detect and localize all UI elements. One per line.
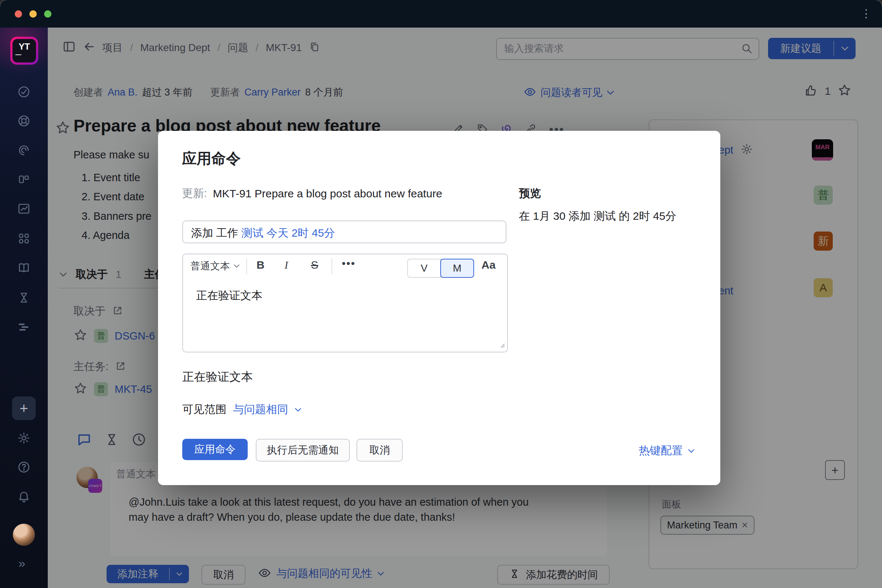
editor-mode-toggle: V M bbox=[407, 259, 474, 276]
window-titlebar: ⋮ bbox=[0, 0, 882, 28]
projects-swirl-icon[interactable] bbox=[17, 144, 30, 157]
visual-mode-label: V bbox=[421, 262, 428, 274]
help-icon[interactable] bbox=[17, 460, 30, 474]
cancel-dialog-button[interactable]: 取消 bbox=[357, 439, 403, 462]
paragraph-style-dropdown[interactable]: 普通文本 bbox=[190, 260, 240, 273]
update-value: MKT-91 Prepare a blog post about new fea… bbox=[213, 188, 442, 200]
toolbar-divider bbox=[246, 258, 247, 274]
command-text-highlight: 测试 今天 2时 45分 bbox=[242, 227, 335, 239]
hotkey-config-label: 热键配置 bbox=[639, 443, 683, 458]
dashboards-icon[interactable] bbox=[17, 232, 30, 245]
issues-icon[interactable] bbox=[17, 85, 30, 99]
paragraph-style-label: 普通文本 bbox=[190, 260, 230, 273]
markdown-mode-label: M bbox=[453, 262, 461, 274]
strikethrough-button[interactable]: S bbox=[311, 259, 318, 271]
italic-button[interactable]: I bbox=[285, 259, 288, 271]
agile-boards-icon[interactable] bbox=[17, 173, 30, 186]
app-window: ⋮ YT— + bbox=[0, 0, 882, 588]
create-new-button[interactable]: + bbox=[12, 396, 36, 420]
visibility-row: 可见范围 与问题相同 bbox=[182, 402, 302, 417]
visual-mode-button[interactable]: V bbox=[407, 259, 441, 278]
command-text-plain: 添加 工作 bbox=[191, 227, 242, 239]
dialog-title: 应用命令 bbox=[182, 148, 241, 169]
preview-header: 预览 bbox=[519, 186, 541, 201]
helpdesk-icon[interactable] bbox=[17, 114, 30, 128]
resize-handle[interactable] bbox=[498, 340, 506, 350]
editor-content-text[interactable]: 正在验证文本 bbox=[196, 288, 262, 303]
knowledge-base-icon[interactable] bbox=[17, 261, 30, 274]
plus-icon: + bbox=[20, 400, 28, 417]
apply-silently-button[interactable]: 执行后无需通知 bbox=[256, 439, 350, 462]
youtrack-logo[interactable]: YT— bbox=[10, 37, 38, 64]
update-target-row: 更新: MKT-91 Prepare a blog post about new… bbox=[182, 186, 442, 201]
gantt-icon[interactable] bbox=[17, 321, 30, 334]
logo-text: YT bbox=[19, 43, 30, 51]
timesheets-icon[interactable] bbox=[17, 291, 30, 304]
apply-silently-label: 执行后无需通知 bbox=[267, 443, 339, 457]
user-avatar[interactable] bbox=[13, 524, 35, 546]
preview-text: 在 1月 30 添加 测试 的 2时 45分 bbox=[519, 209, 676, 224]
more-formatting-icon[interactable]: ••• bbox=[342, 257, 356, 270]
hotkey-config-link[interactable]: 热键配置 bbox=[639, 443, 694, 458]
apply-command-label: 应用命令 bbox=[194, 442, 236, 456]
maximize-window-button[interactable] bbox=[44, 10, 51, 18]
left-nav-rail: YT— + bbox=[0, 28, 48, 588]
apply-command-button[interactable]: 应用命令 bbox=[182, 439, 248, 460]
youtrack-logo-inner: YT— bbox=[12, 39, 36, 63]
visibility-scope-value[interactable]: 与问题相同 bbox=[233, 402, 288, 417]
settings-gear-icon[interactable] bbox=[17, 432, 30, 445]
markdown-mode-button[interactable]: M bbox=[440, 259, 474, 278]
window-more-icon[interactable]: ⋮ bbox=[861, 8, 872, 20]
font-size-toggle[interactable]: Aa bbox=[482, 259, 495, 271]
command-input[interactable]: 添加 工作 测试 今天 2时 45分 bbox=[182, 220, 506, 243]
close-window-button[interactable] bbox=[15, 10, 22, 18]
bold-button[interactable]: B bbox=[256, 259, 265, 271]
logo-dash: — bbox=[15, 51, 21, 59]
comment-rich-editor[interactable]: 普通文本 B I S ••• V M Aa 正在验证文本 bbox=[182, 254, 508, 352]
reports-icon[interactable] bbox=[17, 202, 30, 215]
apply-command-dialog: 应用命令 更新: MKT-91 Prepare a blog post abou… bbox=[158, 131, 720, 485]
update-label: 更新: bbox=[182, 186, 207, 201]
visibility-scope-label: 可见范围 bbox=[182, 402, 226, 417]
comment-preview-text: 正在验证文本 bbox=[182, 369, 253, 385]
notifications-bell-icon[interactable] bbox=[17, 489, 30, 503]
cancel-dialog-label: 取消 bbox=[369, 443, 390, 457]
toolbar-divider bbox=[332, 258, 332, 274]
expand-nav-icon[interactable]: » bbox=[18, 556, 26, 570]
minimize-window-button[interactable] bbox=[29, 10, 37, 18]
